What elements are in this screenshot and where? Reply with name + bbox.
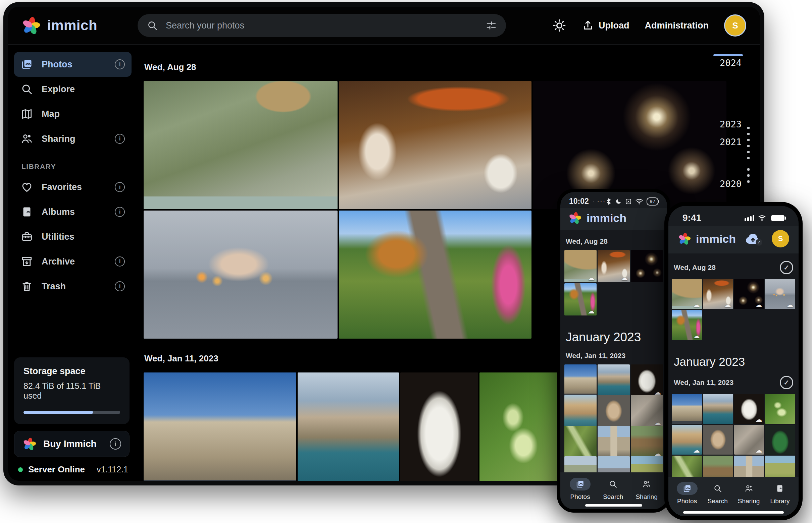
photo-thumbnail-stone-wall[interactable]: ☁ [734,425,764,455]
photo-thumbnail-zoo[interactable]: ☁ [672,279,702,309]
photo-thumbnail-castle[interactable] [672,394,702,424]
photo-thumbnail-tower[interactable] [598,426,630,458]
photo-thumbnail-castle-sea[interactable] [598,364,630,397]
info-icon[interactable]: i [115,59,125,69]
photo-thumbnail-castle[interactable] [564,364,597,397]
sidebar-item-sharing[interactable]: Sharing i [14,126,132,151]
nav-search[interactable]: Search [603,478,623,501]
phone2-status-icons [745,215,784,221]
search-icon [603,478,623,490]
photos-icon [677,482,697,495]
photo-thumbnail-park[interactable]: ☁ [564,283,597,315]
cloud-sync-icon: ☁ [693,332,700,339]
photo-thumbnail-xmas[interactable] [765,425,795,455]
app-title: immich [587,212,626,224]
timeline-year[interactable]: 2021 [720,137,742,147]
photo-thumbnail-lizard[interactable] [564,426,597,458]
sharing-people-icon [21,133,33,145]
backup-cloud-button[interactable]: ✓ [745,232,761,245]
photo-thumbnail-sculpture[interactable]: ☁ [631,364,663,397]
sidebar-item-albums[interactable]: Albums i [14,199,132,224]
photo-thumbnail-plant[interactable] [480,373,559,481]
nav-library[interactable]: Library [770,482,790,505]
photo-thumbnail-hands[interactable]: ☁ [765,279,795,309]
upload-button[interactable]: Upload [582,19,629,32]
photo-thumbnail-beach[interactable]: ☁ [672,425,702,455]
info-icon[interactable]: i [115,207,125,217]
sidebar-item-archive[interactable]: Archive i [14,249,132,274]
cloud-sync-icon: ☁ [755,301,762,308]
theme-toggle-sun-icon[interactable] [552,18,566,33]
date-group-header: Wed, Aug 28 [144,62,760,72]
info-icon[interactable]: i [115,134,125,144]
wifi-icon [758,215,766,221]
photo-thumbnail-castle[interactable] [144,373,296,481]
sidebar-item-trash[interactable]: Trash i [14,274,132,299]
info-icon[interactable]: i [115,182,125,192]
photo-thumbnail-plant[interactable] [765,394,795,424]
timeline-cursor[interactable] [713,54,743,56]
select-all-check-icon[interactable]: ✓ [780,376,793,389]
home-indicator[interactable] [585,504,642,507]
photo-thumbnail-fireworks[interactable] [631,250,663,282]
server-status-row: Server Online v1.112.1 [18,464,128,475]
user-avatar[interactable]: S [724,14,746,37]
sidebar-item-map[interactable]: Map [14,102,132,126]
buy-immich-button[interactable]: Buy Immich i [14,431,129,457]
photo-thumbnail-castle-sea[interactable] [703,394,733,424]
search-bar[interactable] [138,14,506,37]
administration-link[interactable]: Administration [644,20,709,31]
user-avatar[interactable]: S [772,230,789,248]
nav-sharing[interactable]: Sharing [738,482,760,505]
cloud-sync-icon: ☁ [654,389,661,396]
sidebar-item-explore[interactable]: Explore [14,77,132,102]
storage-card: Storage space 82.4 TiB of 115.1 TiB used [14,357,129,424]
sidebar-label: Map [41,109,60,119]
photo-thumbnail-fireworks[interactable]: ☁ [734,279,764,309]
sidebar-item-photos[interactable]: Photos i [14,52,132,77]
photo-thumbnail-sculpture[interactable]: ☁ [734,394,764,424]
storage-progress-fill [23,411,93,414]
photo-thumbnail-park[interactable] [339,211,532,339]
sidebar: Photos i Explore Map [8,44,136,481]
nav-sharing[interactable]: Sharing [636,478,658,501]
cloud-sync-icon: ☁ [755,416,762,423]
phone1-bottom-nav: Photos Search Sharing [560,472,667,509]
upload-label: Upload [599,20,629,31]
nav-search[interactable]: Search [707,482,728,505]
photo-thumbnail-sculpture[interactable] [400,373,478,481]
search-filters-icon[interactable] [486,20,497,31]
status-more-icon: ··· [597,197,606,205]
photo-thumbnail-dinner[interactable]: ☁ [703,279,733,309]
photo-thumbnail-park[interactable]: ☁ [672,310,702,340]
photo-thumbnail-dinner[interactable] [339,81,532,209]
nav-photos[interactable]: Photos [570,478,590,501]
photo-thumbnail-castle-sea[interactable] [298,373,399,481]
photo-thumbnail-zoo[interactable]: ☁ [564,250,597,282]
library-icon [770,482,790,495]
photo-thumbnail-stone-wall[interactable]: ☁ [631,395,663,427]
search-input[interactable] [165,20,479,31]
timeline-year[interactable]: 2023 [720,119,742,129]
photo-thumbnail-hands[interactable] [144,211,338,339]
home-indicator[interactable] [683,511,784,513]
nav-label: Sharing [636,493,658,501]
search-icon [147,20,158,31]
select-all-check-icon[interactable]: ✓ [780,261,793,274]
timeline-year[interactable]: 2020 [720,179,742,189]
info-icon[interactable]: i [115,256,125,267]
sidebar-item-favorites[interactable]: Favorites i [14,175,132,199]
server-online-dot [18,467,23,472]
app-title: immich [696,232,736,246]
timeline-year[interactable]: 2024 [720,58,742,68]
photo-thumbnail-bridge[interactable]: ☁ [631,426,663,458]
photo-thumbnail-zoo[interactable] [144,81,338,209]
info-icon[interactable]: i [115,281,125,291]
photo-thumbnail-dinner[interactable]: ☁ [598,250,630,282]
photo-thumbnail-sculpture2[interactable] [703,425,733,455]
nav-photos[interactable]: Photos [677,482,697,505]
photo-thumbnail-beach[interactable] [564,395,597,427]
info-icon[interactable]: i [110,438,121,450]
photo-thumbnail-sculpture2[interactable] [598,395,630,427]
sidebar-item-utilities[interactable]: Utilities [14,224,132,249]
